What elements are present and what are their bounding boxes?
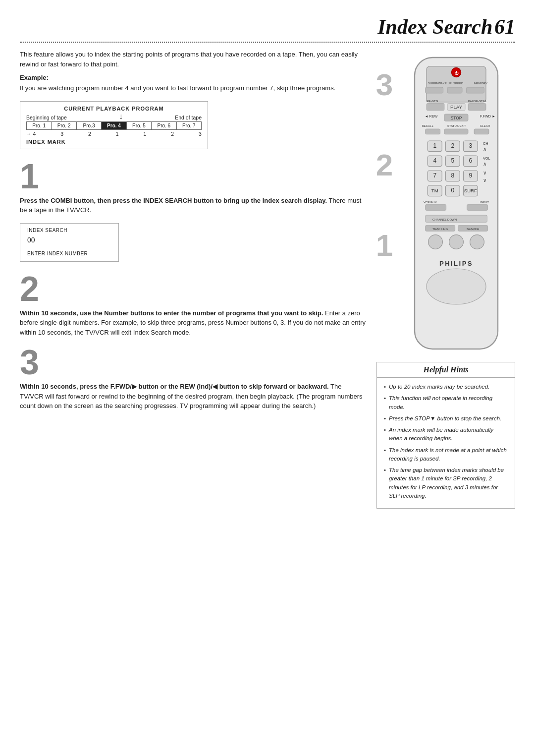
svg-text:CH: CH [483, 141, 488, 146]
hint-bullet-6: • [384, 466, 386, 500]
step-3-bold: Within 10 seconds, press the F.FWD/▶ but… [20, 383, 329, 390]
svg-point-70 [427, 269, 486, 304]
hint-item-5: • The index mark is not made at a point … [384, 446, 508, 464]
hint-item-4: • An index mark will be made automatical… [384, 426, 508, 443]
tape-cell-1: Pro. 1 [27, 122, 52, 129]
svg-text:1: 1 [433, 142, 437, 149]
side-step-2: 2 [376, 150, 393, 180]
right-column: 3 2 1 ⏻ [376, 50, 515, 509]
svg-text:F.FWD ►: F.FWD ► [480, 114, 495, 118]
hint-text-1: Up to 20 index marks may be searched. [389, 383, 489, 391]
svg-point-66 [428, 235, 443, 249]
tape-diagram: CURRENT PLAYBACK PROGRAM Beginning of ta… [20, 101, 208, 149]
tape-diagram-title: CURRENT PLAYBACK PROGRAM [26, 106, 202, 112]
svg-text:RE-GTN: RE-GTN [427, 100, 438, 103]
step-2-bold: Within 10 seconds, use the Number button… [20, 309, 323, 317]
hint-text-2: This function will not operate in record… [389, 394, 508, 411]
svg-text:3: 3 [469, 142, 473, 149]
svg-text:CLEAR: CLEAR [480, 124, 490, 127]
step-3-number: 3 [20, 345, 367, 380]
helpful-hints-body: • Up to 20 index marks may be searched. … [377, 378, 515, 508]
divider [20, 42, 515, 43]
tape-numbers-row: → 4 3 2 1 1 2 3 [26, 130, 202, 137]
tape-labels-row: Beginning of tape ↓ End of tape [26, 115, 202, 120]
step-2-text: Within 10 seconds, use the Number button… [20, 308, 367, 338]
tape-num-6: 2 [171, 131, 174, 137]
helpful-hints-box: Helpful Hints • Up to 20 index marks may… [376, 362, 515, 509]
svg-text:6: 6 [469, 157, 473, 164]
tape-num-2: 3 [60, 131, 63, 137]
svg-text:∨: ∨ [483, 170, 486, 175]
svg-rect-15 [468, 103, 486, 110]
example-label: Example: [20, 74, 367, 81]
hint-bullet-4: • [384, 426, 386, 443]
svg-point-67 [449, 235, 464, 249]
tape-num-4: 1 [116, 131, 119, 137]
svg-text:0: 0 [451, 187, 455, 194]
hint-bullet-5: • [384, 446, 386, 464]
hint-bullet-3: • [384, 414, 386, 423]
svg-text:8: 8 [451, 172, 455, 179]
svg-rect-7 [426, 87, 443, 93]
svg-text:9: 9 [469, 172, 473, 179]
svg-rect-24 [444, 129, 468, 134]
main-layout: This feature allows you to index the sta… [20, 50, 515, 509]
svg-text:SURF: SURF [464, 188, 477, 193]
svg-text:∨: ∨ [483, 177, 486, 183]
svg-text:TM: TM [431, 188, 438, 193]
side-step-1: 1 [376, 230, 393, 261]
svg-text:TRACKING: TRACKING [432, 228, 448, 231]
page-number: 61 [494, 15, 515, 38]
svg-rect-58 [426, 204, 446, 210]
svg-point-68 [470, 235, 484, 249]
svg-rect-59 [467, 204, 488, 210]
svg-text:∧: ∧ [483, 146, 486, 152]
svg-rect-23 [426, 129, 440, 134]
hint-bullet-2: • [384, 394, 386, 411]
svg-text:SPEED: SPEED [453, 82, 464, 85]
side-step-numbers: 3 2 1 [376, 55, 397, 261]
step-1-bold: Press the COMBI button, then press the I… [20, 197, 327, 204]
tape-cell-4: Pro. 4 [102, 122, 126, 129]
svg-rect-8 [447, 87, 462, 93]
hint-item-1: • Up to 20 index marks may be searched. [384, 383, 508, 391]
hint-item-2: • This function will not operate in reco… [384, 394, 508, 411]
example-text: If you are watching program number 4 and… [20, 83, 367, 93]
hint-text-4: An index mark will be made automatically… [389, 426, 508, 443]
step-1-number: 1 [20, 159, 367, 194]
svg-rect-9 [467, 87, 484, 93]
tape-cell-2: Pro. 2 [52, 122, 76, 129]
svg-text:STOP: STOP [451, 116, 462, 120]
svg-text:PLAY: PLAY [450, 104, 462, 110]
helpful-hints-title: Helpful Hints [377, 362, 515, 378]
svg-text:RECALL: RECALL [422, 124, 434, 127]
remote-control: ⏻ SLEEP/WAKE UP SPEED MEMORY RE-GTN [397, 55, 516, 352]
tape-end-label: End of tape [175, 115, 202, 120]
svg-text:CHANNEL DOWN: CHANNEL DOWN [432, 218, 457, 221]
tape-num-3: 2 [88, 131, 91, 137]
svg-text:4: 4 [433, 157, 437, 164]
tape-num-5: 1 [144, 131, 147, 137]
page-wrapper: Index Search 61 This feature allows you … [20, 15, 515, 509]
svg-text:◄ REW: ◄ REW [425, 114, 438, 118]
index-display-number: 00 [27, 236, 111, 244]
index-search-display: INDEX SEARCH 00 ENTER INDEX NUMBER [20, 223, 119, 262]
svg-rect-12 [427, 103, 444, 110]
page-title: Index Search [377, 15, 492, 38]
tape-cells: Pro. 1 Pro. 2 Pro.3 Pro. 4 Pro. 5 Pro. 6… [26, 121, 202, 130]
svg-text:PHILIPS: PHILIPS [439, 260, 473, 267]
svg-text:7: 7 [433, 172, 437, 179]
svg-text:⏻: ⏻ [454, 70, 459, 75]
side-step-3: 3 [376, 69, 393, 100]
svg-text:SEARCH: SEARCH [467, 228, 479, 231]
svg-text:INPUT: INPUT [480, 201, 489, 204]
hint-text-5: The index mark is not made at a point at… [389, 446, 508, 464]
tape-cell-5: Pro. 5 [127, 122, 152, 129]
svg-text:∧: ∧ [483, 161, 486, 167]
left-column: This feature allows you to index the sta… [20, 50, 367, 509]
hint-item-6: • The time gap between index marks shoul… [384, 466, 508, 500]
tape-num-7: 3 [199, 131, 202, 137]
step-2-number: 2 [20, 272, 367, 306]
intro-paragraph: This feature allows you to index the sta… [20, 50, 367, 69]
step-3-text: Within 10 seconds, press the F.FWD/▶ but… [20, 382, 367, 411]
